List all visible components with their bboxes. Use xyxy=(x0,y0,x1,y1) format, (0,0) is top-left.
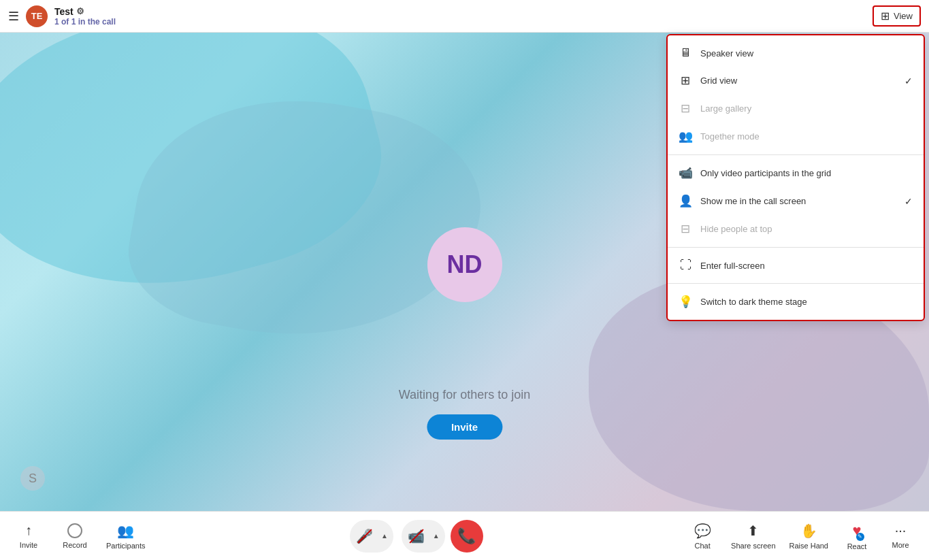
participants-icon: 👥 xyxy=(117,523,134,539)
edit-badge: ✎ xyxy=(856,533,864,541)
grid-view-icon: ⊞ xyxy=(679,73,692,88)
title-area: Test ⚙ 1 of 1 in the call xyxy=(54,6,116,27)
dark-theme-icon: 💡 xyxy=(679,295,692,309)
participant-avatar: ND xyxy=(427,227,502,302)
large-gallery-icon: ⊟ xyxy=(679,101,692,116)
together-mode-label: Together mode xyxy=(700,131,913,142)
mic-chevron-icon[interactable]: ▲ xyxy=(378,532,391,540)
fullscreen-label: Enter full-screen xyxy=(700,261,913,271)
header-right: ⊞ View xyxy=(873,5,921,27)
waiting-text: Waiting for others to join xyxy=(399,388,530,402)
fullscreen-icon: ⛶ xyxy=(679,259,692,272)
large-gallery-item: ⊟ Large gallery xyxy=(668,95,924,122)
dropdown-section-theme: 💡 Switch to dark theme stage xyxy=(668,284,924,320)
video-icon: 📹 xyxy=(679,166,692,180)
share-screen-button[interactable]: ⬆ Share screen xyxy=(731,523,775,550)
view-dropdown: 🖥 Speaker view ⊞ Grid view ✓ ⊟ Large gal… xyxy=(666,34,925,321)
together-mode-item: 👥 Together mode xyxy=(668,122,924,150)
cam-button-group[interactable]: 📹 ▲ xyxy=(402,520,445,553)
hide-people-item: ⊟ Hide people at top xyxy=(668,215,924,243)
end-call-icon: 📞 xyxy=(457,527,476,545)
camera-icon: 📹 xyxy=(404,524,429,548)
dark-theme-item[interactable]: 💡 Switch to dark theme stage xyxy=(668,288,924,316)
chat-icon: 💬 xyxy=(694,523,711,539)
header-left: ☰ TE Test ⚙ 1 of 1 in the call xyxy=(8,5,116,27)
record-button[interactable]: Record xyxy=(60,523,90,549)
end-call-button[interactable]: 📞 xyxy=(451,520,483,553)
participants-button[interactable]: 👥 Participants xyxy=(106,523,145,550)
dark-theme-label: Switch to dark theme stage xyxy=(700,297,913,307)
invite-button[interactable]: Invite xyxy=(427,414,502,440)
record-icon xyxy=(67,523,82,538)
view-button[interactable]: ⊞ View xyxy=(873,5,921,27)
call-title: Test ⚙ xyxy=(54,6,116,17)
grid-view-icon: ⊞ xyxy=(881,10,890,22)
raise-hand-button[interactable]: ✋ Raise Hand xyxy=(789,523,828,550)
grid-view-item[interactable]: ⊞ Grid view ✓ xyxy=(668,67,924,95)
toolbar-left: ↑ Invite Record 👥 Participants xyxy=(14,523,145,550)
show-me-icon: 👤 xyxy=(679,194,692,208)
react-button[interactable]: ♥ ✎ React xyxy=(842,522,872,550)
hide-people-icon: ⊟ xyxy=(679,222,692,236)
chat-button[interactable]: 💬 Chat xyxy=(687,523,717,550)
gear-icon[interactable]: ⚙ xyxy=(76,6,84,16)
cam-chevron-icon[interactable]: ▲ xyxy=(430,532,442,540)
speaker-view-icon: 🖥 xyxy=(679,46,692,60)
dropdown-section-fullscreen: ⛶ Enter full-screen xyxy=(668,248,924,284)
toolbar-center: 🎤 ▲ 📹 ▲ 📞 xyxy=(350,520,483,553)
avatar: TE xyxy=(26,5,48,27)
large-gallery-label: Large gallery xyxy=(700,103,913,114)
share-screen-icon: ⬆ xyxy=(747,523,759,539)
mic-icon: 🎤 xyxy=(353,524,377,548)
skype-icon: S xyxy=(20,466,45,491)
grid-view-check: ✓ xyxy=(904,76,913,86)
speaker-view-item[interactable]: 🖥 Speaker view xyxy=(668,39,924,67)
grid-view-label: Grid view xyxy=(700,76,896,86)
header: ☰ TE Test ⚙ 1 of 1 in the call ⊞ View xyxy=(0,0,929,33)
raise-hand-icon: ✋ xyxy=(800,523,817,539)
invite-icon: ↑ xyxy=(25,523,32,538)
menu-icon[interactable]: ☰ xyxy=(8,9,19,24)
dropdown-section-views: 🖥 Speaker view ⊞ Grid view ✓ ⊟ Large gal… xyxy=(668,35,924,155)
hide-people-label: Hide people at top xyxy=(700,224,913,234)
more-button[interactable]: ··· More xyxy=(885,523,915,549)
call-subtitle: 1 of 1 in the call xyxy=(54,17,116,27)
toolbar: ↑ Invite Record 👥 Participants 🎤 ▲ 📹 ▲ 📞… xyxy=(0,511,929,560)
fullscreen-item[interactable]: ⛶ Enter full-screen xyxy=(668,252,924,279)
toolbar-right: 💬 Chat ⬆ Share screen ✋ Raise Hand ♥ ✎ R… xyxy=(687,522,915,550)
invite-toolbar-button[interactable]: ↑ Invite xyxy=(14,523,44,549)
mic-button-group[interactable]: 🎤 ▲ xyxy=(350,520,393,553)
react-icon-group: ♥ ✎ xyxy=(852,522,861,540)
only-video-item[interactable]: 📹 Only video participants in the grid xyxy=(668,159,924,187)
together-mode-icon: 👥 xyxy=(679,129,692,144)
show-me-check: ✓ xyxy=(904,196,913,207)
show-me-label: Show me in the call screen xyxy=(700,196,896,206)
more-icon: ··· xyxy=(895,523,907,538)
show-me-item[interactable]: 👤 Show me in the call screen ✓ xyxy=(668,187,924,215)
dropdown-section-grid-options: 📹 Only video participants in the grid 👤 … xyxy=(668,155,924,248)
only-video-label: Only video participants in the grid xyxy=(700,168,913,178)
speaker-view-label: Speaker view xyxy=(700,48,913,59)
